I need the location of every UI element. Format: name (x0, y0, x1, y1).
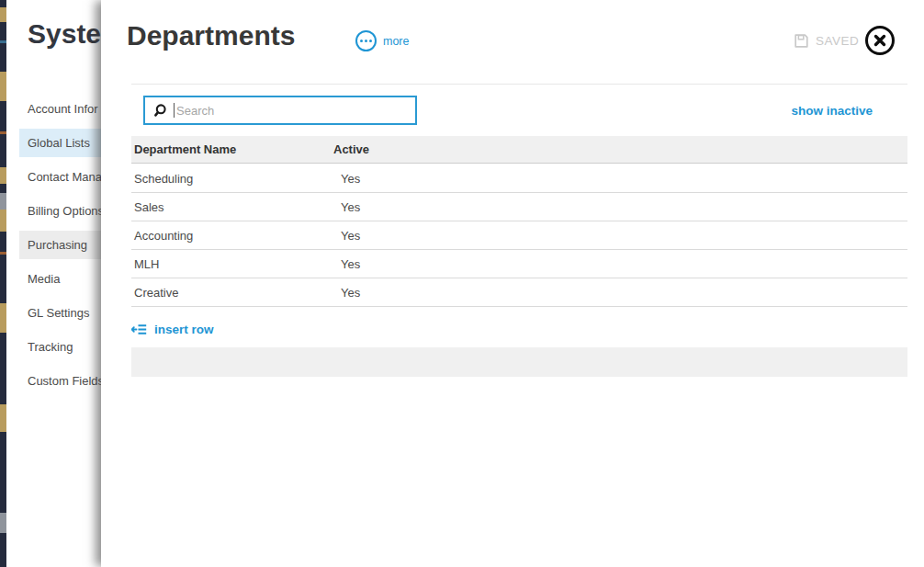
search-box[interactable] (143, 96, 417, 125)
departments-modal: Departments more SAVED (101, 0, 924, 567)
cell-active[interactable]: Yes (333, 229, 907, 243)
settings-nav-list: Account InforGlobal ListsContact ManaBil… (6, 95, 101, 401)
table-row[interactable]: SchedulingYes (131, 164, 907, 193)
settings-page-title: Syste (28, 18, 101, 50)
cell-active[interactable]: Yes (333, 200, 907, 214)
sidebar-item-label: Global Lists (28, 136, 90, 150)
table-row[interactable]: SalesYes (131, 193, 907, 221)
settings-sidebar: Syste Account InforGlobal ListsContact M… (6, 0, 101, 567)
sidebar-item-label: Contact Mana (28, 170, 101, 184)
sidebar-item-tracking[interactable]: Tracking (19, 333, 101, 361)
more-button[interactable]: more (355, 30, 409, 51)
sidebar-item-label: Billing Options (28, 204, 101, 218)
table-row[interactable]: MLHYes (131, 250, 907, 278)
insert-row-button[interactable]: insert row (131, 323, 214, 336)
table-header-row: Department Name Active (131, 136, 907, 164)
column-header-department-name: Department Name (131, 142, 333, 156)
more-button-label: more (383, 35, 409, 48)
saved-status: SAVED (794, 33, 859, 49)
sidebar-item-gl-settings[interactable]: GL Settings (19, 299, 101, 327)
sidebar-item-media[interactable]: Media (19, 265, 101, 293)
cell-active[interactable]: Yes (333, 172, 907, 186)
column-header-active: Active (333, 142, 907, 156)
sidebar-item-custom-fields[interactable]: Custom Fields (19, 367, 101, 395)
text-caret (174, 103, 175, 118)
table-body: SchedulingYesSalesYesAccountingYesMLHYes… (131, 164, 907, 307)
table-row[interactable]: AccountingYes (131, 221, 907, 250)
sidebar-item-purchasing[interactable]: Purchasing (19, 231, 101, 259)
cell-department-name[interactable]: Scheduling (131, 172, 333, 186)
table-toolbar: show inactive (131, 84, 907, 136)
sidebar-item-account-infor[interactable]: Account Infor (19, 95, 101, 123)
table-footer-bar (131, 347, 907, 377)
screen: Syste Account InforGlobal ListsContact M… (0, 0, 924, 567)
sidebar-item-label: Tracking (28, 340, 73, 354)
cell-active[interactable]: Yes (333, 286, 907, 300)
insert-row-icon (131, 323, 147, 335)
sidebar-item-contact-mana[interactable]: Contact Mana (19, 163, 101, 191)
sidebar-item-label: Purchasing (28, 238, 87, 252)
saved-status-label: SAVED (816, 34, 859, 48)
sidebar-item-label: GL Settings (28, 306, 89, 320)
cell-department-name[interactable]: Sales (131, 200, 333, 214)
close-button[interactable] (865, 26, 895, 55)
search-input[interactable] (176, 104, 408, 118)
modal-title: Departments (127, 20, 295, 51)
sidebar-item-billing-options[interactable]: Billing Options (19, 197, 101, 225)
search-icon (152, 103, 168, 119)
sidebar-item-label: Account Infor (28, 102, 98, 116)
sidebar-item-global-lists[interactable]: Global Lists (19, 129, 101, 157)
show-inactive-link[interactable]: show inactive (791, 104, 873, 118)
app-nav-rail (0, 0, 6, 567)
save-disk-icon (794, 33, 809, 49)
insert-row-label: insert row (154, 323, 214, 336)
cell-department-name[interactable]: Creative (131, 286, 333, 300)
cell-active[interactable]: Yes (333, 257, 907, 271)
cell-department-name[interactable]: MLH (131, 257, 333, 271)
sidebar-item-label: Custom Fields (28, 374, 101, 388)
close-icon (873, 34, 886, 47)
ellipsis-icon (355, 30, 377, 51)
table-row[interactable]: CreativeYes (131, 278, 907, 307)
cell-department-name[interactable]: Accounting (131, 229, 333, 243)
sidebar-item-label: Media (28, 272, 60, 286)
